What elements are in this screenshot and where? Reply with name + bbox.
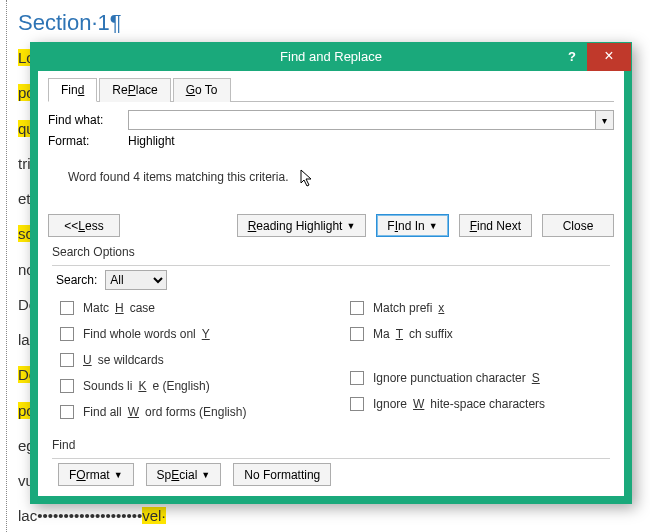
find-next-button[interactable]: Find Next (459, 214, 532, 237)
match-suffix-checkbox[interactable]: MaTch suffix (346, 324, 606, 344)
dialog-titlebar[interactable]: Find and Replace ? × (31, 43, 631, 71)
format-value: Highlight (128, 134, 175, 148)
find-replace-dialog: Find and Replace ? × Find RePlace Go To … (30, 42, 632, 504)
format-button[interactable]: FOrmat▼ (58, 463, 134, 486)
search-direction-label: Search: (56, 273, 97, 287)
ignore-whitespace-checkbox[interactable]: Ignore White-space characters (346, 394, 606, 414)
whole-words-checkbox[interactable]: Find whole words onlY (56, 324, 316, 344)
ignore-punct-checkbox[interactable]: Ignore punctuation characterS (346, 368, 606, 388)
find-group-label: Find (52, 438, 614, 452)
findwhat-label: Find what: (48, 113, 120, 127)
format-label: Format: (48, 134, 120, 148)
mouse-cursor-icon (300, 169, 316, 189)
findwhat-dropdown[interactable]: ▾ (596, 110, 614, 130)
findwhat-input[interactable] (128, 110, 596, 130)
no-formatting-button[interactable]: No Formatting (233, 463, 331, 486)
status-text: Word found 4 items matching this criteri… (68, 170, 614, 184)
tab-replace[interactable]: RePlace (99, 78, 170, 102)
tab-find[interactable]: Find (48, 78, 97, 102)
tab-goto[interactable]: Go To (173, 78, 231, 102)
document-heading: Section·1¶ (18, 6, 638, 40)
find-in-button[interactable]: FInd In▼ (376, 214, 448, 237)
all-word-forms-checkbox[interactable]: Find all Word forms (English) (56, 402, 316, 422)
less-button[interactable]: << Less (48, 214, 120, 237)
close-button[interactable]: Close (542, 214, 614, 237)
close-icon[interactable]: × (587, 43, 631, 71)
search-options-label: Search Options (52, 245, 614, 259)
dialog-title: Find and Replace (280, 49, 382, 64)
search-direction-select[interactable]: All (105, 270, 167, 290)
tabs: Find RePlace Go To (48, 77, 614, 102)
help-button[interactable]: ? (557, 43, 587, 71)
reading-highlight-button[interactable]: Reading Highlight▼ (237, 214, 367, 237)
sounds-like-checkbox[interactable]: Sounds liKe (English) (56, 376, 316, 396)
match-case-checkbox[interactable]: MatcH case (56, 298, 316, 318)
match-prefix-checkbox[interactable]: Match prefix (346, 298, 606, 318)
special-button[interactable]: SpEcial▼ (146, 463, 222, 486)
wildcards-checkbox[interactable]: Use wildcards (56, 350, 316, 370)
